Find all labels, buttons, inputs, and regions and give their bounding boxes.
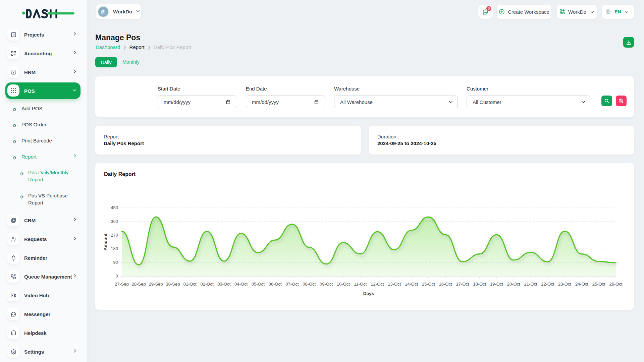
svg-text:25-Oct: 25-Oct xyxy=(592,282,605,287)
svg-text:Days: Days xyxy=(363,291,374,296)
svg-text:450: 450 xyxy=(111,205,118,210)
svg-text:29-Sep: 29-Sep xyxy=(149,282,163,287)
svg-text:180: 180 xyxy=(111,246,118,251)
svg-text:05-Oct: 05-Oct xyxy=(252,282,265,287)
svg-text:27-Sep: 27-Sep xyxy=(115,282,129,287)
svg-text:09-Oct: 09-Oct xyxy=(320,282,333,287)
svg-text:30-Sep: 30-Sep xyxy=(166,282,180,287)
svg-text:15-Oct: 15-Oct xyxy=(422,282,435,287)
svg-text:03-Oct: 03-Oct xyxy=(217,282,230,287)
svg-text:24-Oct: 24-Oct xyxy=(575,282,588,287)
svg-text:13-Oct: 13-Oct xyxy=(388,282,401,287)
svg-text:17-Oct: 17-Oct xyxy=(456,282,469,287)
svg-text:07-Oct: 07-Oct xyxy=(285,282,299,287)
svg-text:06-Oct: 06-Oct xyxy=(269,282,282,287)
svg-text:08-Oct: 08-Oct xyxy=(303,282,316,287)
svg-text:16-Oct: 16-Oct xyxy=(439,282,452,287)
svg-text:11-Oct: 11-Oct xyxy=(354,282,367,287)
svg-text:Amount: Amount xyxy=(103,233,108,250)
svg-text:01-Oct: 01-Oct xyxy=(183,282,197,287)
svg-text:28-Sep: 28-Sep xyxy=(132,282,146,287)
svg-text:04-Oct: 04-Oct xyxy=(234,282,248,287)
svg-text:90: 90 xyxy=(113,260,118,265)
svg-text:10-Oct: 10-Oct xyxy=(337,282,350,287)
svg-text:26-Oct: 26-Oct xyxy=(609,282,622,287)
svg-text:360: 360 xyxy=(111,219,118,224)
svg-text:14-Oct: 14-Oct xyxy=(405,282,418,287)
svg-text:20-Oct: 20-Oct xyxy=(507,282,520,287)
svg-text:0: 0 xyxy=(116,274,118,279)
svg-text:12-Oct: 12-Oct xyxy=(371,282,384,287)
svg-text:02-Oct: 02-Oct xyxy=(200,282,213,287)
svg-text:270: 270 xyxy=(111,233,118,238)
svg-text:21-Oct: 21-Oct xyxy=(524,282,537,287)
svg-text:18-Oct: 18-Oct xyxy=(473,282,486,287)
svg-text:23-Oct: 23-Oct xyxy=(558,282,571,287)
svg-text:22-Oct: 22-Oct xyxy=(541,282,554,287)
svg-text:19-Oct: 19-Oct xyxy=(490,282,503,287)
